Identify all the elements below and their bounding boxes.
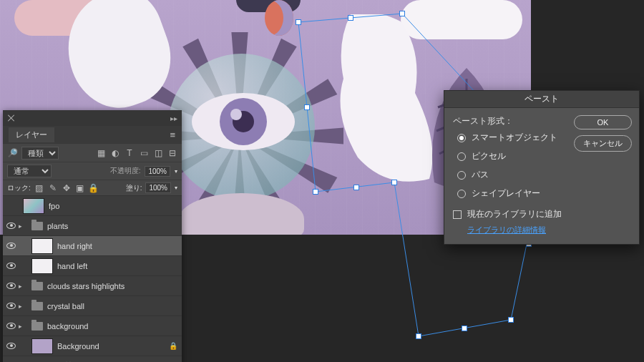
radio-shape-layer[interactable]: シェイプレイヤー — [457, 187, 630, 200]
lock-icon[interactable]: 🔒 — [169, 342, 177, 350]
layer-name[interactable]: background — [47, 322, 177, 331]
visibility-toggle[interactable] — [3, 283, 19, 289]
ok-button[interactable]: OK — [574, 115, 632, 129]
radio-path[interactable]: パス — [457, 169, 630, 181]
search-icon: 🔍 — [7, 148, 17, 158]
paste-dialog: ペースト OK キャンセル ペースト形式： スマートオブジェクト ピクセル パス… — [444, 90, 640, 245]
lock-all-icon[interactable]: 🔒 — [89, 183, 99, 193]
add-to-library-checkbox[interactable]: 現在のライブラリに追加 — [453, 208, 630, 220]
chevron-down-icon[interactable]: ▾ — [175, 185, 177, 191]
visibility-toggle[interactable] — [3, 343, 19, 349]
filter-adjust-icon[interactable]: ◐ — [110, 148, 120, 158]
fill-input[interactable]: 100% — [145, 182, 171, 193]
collapse-icon[interactable]: ▸▸ — [170, 114, 177, 122]
transform-handle[interactable] — [416, 333, 421, 339]
layer-name[interactable]: Background — [57, 342, 169, 351]
eye-icon — [6, 283, 16, 289]
folder-disclosure-icon[interactable]: ▸ — [19, 323, 27, 330]
folder-icon — [31, 222, 43, 230]
folder-disclosure-icon[interactable]: ▸ — [19, 222, 27, 230]
eye-icon — [6, 263, 16, 269]
visibility-toggle[interactable] — [3, 263, 19, 269]
radio-label: パス — [472, 169, 489, 181]
radio-icon — [457, 152, 466, 161]
layer-list: fpo ▸ plants hand right hand left ▸ clou… — [3, 195, 182, 356]
layer-name[interactable]: crystal ball — [47, 302, 177, 310]
artwork-moon — [265, 0, 293, 36]
visibility-toggle[interactable] — [3, 243, 19, 249]
filter-toggle-icon[interactable]: ⊟ — [167, 148, 177, 158]
layer-row[interactable]: ▸ plants — [3, 215, 182, 235]
filter-kind-select[interactable]: 種類 — [21, 147, 59, 160]
close-icon[interactable] — [7, 114, 16, 122]
layer-name[interactable]: fpo — [49, 202, 177, 210]
layer-name[interactable]: plants — [47, 222, 177, 230]
filter-pixel-icon[interactable]: ▦ — [96, 148, 106, 158]
layer-row[interactable]: Background 🔒 — [3, 336, 182, 356]
visibility-toggle[interactable] — [3, 222, 19, 229]
library-info-link[interactable]: ライブラリの詳細情報 — [453, 225, 630, 235]
filter-type-icon[interactable]: T — [125, 148, 135, 158]
radio-icon — [457, 190, 466, 198]
lock-transparent-icon[interactable]: ▨ — [34, 183, 44, 193]
layer-thumbnail[interactable] — [31, 338, 53, 354]
checkbox-label: 現在のライブラリに追加 — [467, 208, 562, 220]
radio-label: シェイプレイヤー — [472, 187, 540, 200]
layer-name[interactable]: hand right — [57, 242, 177, 250]
tab-layers[interactable]: レイヤー — [9, 127, 54, 142]
eye-icon — [6, 343, 16, 349]
visibility-toggle[interactable] — [3, 303, 19, 309]
filter-shape-icon[interactable]: ▭ — [139, 148, 149, 158]
layer-row[interactable]: ▸ background — [3, 315, 182, 336]
layer-row[interactable]: hand left — [3, 255, 182, 275]
radio-label: ピクセル — [472, 150, 506, 162]
eye-icon — [6, 303, 16, 309]
layer-thumbnail[interactable] — [31, 238, 53, 254]
layer-thumbnail[interactable] — [23, 198, 44, 214]
eye-icon — [6, 222, 16, 229]
transform-handle[interactable] — [508, 317, 514, 323]
fill-label: 塗り: — [126, 183, 142, 193]
filter-smart-icon[interactable]: ◫ — [153, 148, 163, 158]
opacity-label: 不透明度: — [110, 166, 141, 176]
folder-icon — [31, 322, 43, 331]
visibility-toggle[interactable] — [3, 323, 19, 329]
radio-icon — [457, 134, 466, 142]
radio-icon — [457, 171, 466, 180]
layer-row[interactable]: ▸ clouds stars highlights — [3, 275, 182, 295]
layer-row[interactable]: fpo — [3, 195, 182, 215]
layer-row[interactable]: ▸ crystal ball — [3, 295, 182, 315]
opacity-input[interactable]: 100% — [145, 166, 170, 177]
eye-icon — [6, 323, 16, 329]
folder-icon — [31, 302, 43, 310]
folder-disclosure-icon[interactable]: ▸ — [19, 283, 27, 290]
panel-menu-icon[interactable]: ≡ — [170, 129, 176, 140]
cancel-button[interactable]: キャンセル — [574, 135, 632, 152]
lock-image-icon[interactable]: ✎ — [48, 183, 58, 193]
layer-thumbnail[interactable] — [31, 258, 53, 274]
radio-pixels[interactable]: ピクセル — [457, 150, 630, 162]
layer-name[interactable]: hand left — [57, 262, 177, 270]
layer-name[interactable]: clouds stars highlights — [47, 282, 177, 290]
eye-icon — [6, 243, 16, 249]
lock-artboard-icon[interactable]: ▣ — [75, 183, 85, 193]
layers-panel: ▸▸ レイヤー ≡ 🔍 種類 ▦ ◐ T ▭ ◫ ⊟ 通常 不透明度: 100%… — [3, 110, 182, 362]
folder-icon — [31, 282, 43, 290]
lock-position-icon[interactable]: ✥ — [62, 183, 72, 193]
svg-point-15 — [230, 109, 242, 120]
layer-row[interactable]: hand right — [3, 235, 182, 255]
lock-label: ロック: — [7, 183, 31, 193]
radio-label: スマートオブジェクト — [472, 132, 557, 144]
artwork-eye — [190, 86, 297, 157]
blend-mode-select[interactable]: 通常 — [7, 165, 52, 177]
folder-disclosure-icon[interactable]: ▸ — [19, 303, 27, 310]
dialog-title: ペースト — [444, 91, 639, 108]
chevron-down-icon[interactable]: ▾ — [175, 168, 177, 175]
transform-handle[interactable] — [462, 326, 467, 331]
checkbox-icon — [453, 210, 462, 219]
